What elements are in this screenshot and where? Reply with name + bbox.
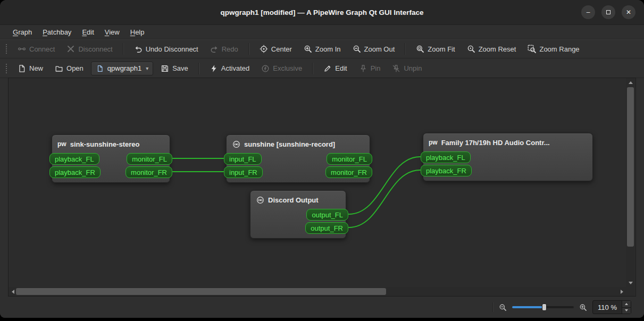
disconnect-label: Disconnect — [78, 45, 112, 53]
activated-button[interactable]: Activated — [205, 62, 254, 75]
zoom-in-button[interactable]: Zoom In — [299, 42, 345, 56]
spin-down-button[interactable] — [622, 307, 631, 314]
exclusive-button[interactable]: Exclusive — [257, 62, 306, 75]
disconnect-icon — [66, 45, 75, 53]
unpin-button[interactable]: Unpin — [388, 62, 426, 75]
zoom-range-button[interactable]: Zoom Range — [523, 42, 583, 56]
menu-patchbay-label: atchbay — [47, 28, 72, 36]
toolbar-drag-handle[interactable] — [5, 44, 7, 54]
menu-patchbay[interactable]: Patchbay — [37, 26, 77, 38]
menu-graph[interactable]: Graph — [7, 26, 37, 38]
menu-edit[interactable]: Edit — [77, 26, 99, 38]
zoom-out-button[interactable]: Zoom Out — [348, 42, 399, 56]
open-button[interactable]: Open — [51, 62, 88, 75]
center-button[interactable]: Center — [255, 42, 296, 56]
vertical-scrollbar[interactable] — [626, 78, 635, 287]
window-title: qpwgraph1 [modified] — A PipeWire Graph … — [220, 9, 423, 16]
new-button[interactable]: New — [13, 62, 47, 75]
port-output-fl[interactable]: output_FL — [306, 209, 348, 221]
scroll-right-arrow[interactable] — [617, 287, 626, 296]
exclusive-label: Exclusive — [273, 64, 302, 72]
zoom-in-label: Zoom In — [315, 45, 341, 53]
patchbay-file-icon — [96, 64, 104, 73]
port-input-fl[interactable]: input_FL — [224, 153, 262, 165]
zoom-range-label: Zoom Range — [539, 45, 579, 53]
scroll-up-arrow[interactable] — [626, 78, 635, 87]
zoom-in-icon[interactable] — [579, 303, 587, 311]
zoom-range-icon — [528, 45, 536, 53]
spin-up-button[interactable] — [622, 301, 631, 307]
minimize-button[interactable]: – — [581, 5, 595, 19]
graph-toolbar: Connect Disconnect Undo Disconnect Redo — [0, 39, 644, 58]
pin-label: Pin — [371, 64, 381, 72]
port-input-fr[interactable]: input_FR — [224, 166, 263, 178]
maximize-button[interactable] — [601, 5, 615, 19]
scroll-down-arrow[interactable] — [626, 278, 635, 287]
connect-icon — [18, 45, 26, 53]
menu-view[interactable]: View — [99, 26, 125, 38]
node-discord-output[interactable]: Discord Output output_FL output_FR — [250, 190, 346, 239]
node-sink-sunshine-stereo[interactable]: pw sink-sunshine-stereo playback_FL moni… — [52, 134, 170, 183]
graph-canvas[interactable]: pw sink-sunshine-stereo playback_FL moni… — [9, 78, 626, 287]
close-icon: ✕ — [626, 9, 631, 16]
toolbar-drag-handle[interactable] — [5, 63, 7, 74]
close-button[interactable]: ✕ — [622, 5, 635, 19]
connect-button[interactable]: Connect — [13, 42, 59, 56]
redo-button[interactable]: Redo — [206, 42, 242, 56]
zoom-reset-button[interactable]: Zoom Reset — [463, 42, 521, 56]
patchbay-preset-combobox[interactable]: qpwgraph1 ▾ — [91, 62, 153, 75]
node-header: sunshine [sunshine-record] — [227, 138, 370, 151]
pipewire-icon: pw — [429, 139, 438, 146]
center-label: Center — [271, 45, 292, 53]
patchbay-toolbar: New Open qpwgraph1 ▾ Save Ac — [0, 59, 644, 78]
new-label: New — [29, 64, 43, 72]
toolbar-separator — [248, 43, 249, 55]
zoom-value[interactable]: 110 % — [593, 301, 622, 314]
titlebar[interactable]: qpwgraph1 [modified] — A PipeWire Graph … — [0, 0, 644, 25]
port-playback-fl[interactable]: playback_FL — [421, 151, 471, 163]
toolbar-separator — [405, 43, 406, 55]
zoom-slider-handle[interactable] — [542, 303, 547, 311]
node-family-hd-audio[interactable]: pw Family 17h/19h HD Audio Contr... play… — [423, 133, 593, 181]
lightning-icon — [210, 64, 218, 73]
node-title: Discord Output — [268, 196, 319, 204]
spin-up-icon — [625, 303, 628, 305]
port-monitor-fr[interactable]: monitor_FR — [325, 166, 372, 178]
menu-help[interactable]: Help — [125, 26, 150, 38]
undo-disconnect-button[interactable]: Undo Disconnect — [130, 42, 203, 56]
zoom-fit-button[interactable]: Zoom Fit — [412, 42, 459, 56]
vertical-scrollbar-thumb[interactable] — [627, 87, 634, 247]
port-playback-fl[interactable]: playback_FL — [49, 153, 99, 165]
zoom-reset-label: Zoom Reset — [479, 45, 516, 53]
maximize-icon — [606, 10, 610, 14]
save-button[interactable]: Save — [156, 62, 193, 75]
edit-button[interactable]: Edit — [319, 62, 351, 75]
undo-disconnect-label: Undo Disconnect — [146, 45, 198, 53]
menu-edit-label: dit — [87, 28, 94, 36]
redo-icon — [210, 45, 219, 53]
pin-button[interactable]: Pin — [355, 62, 385, 75]
zoom-spinbox[interactable]: 110 % — [592, 300, 631, 314]
zoom-out-icon[interactable] — [499, 303, 507, 311]
node-title: sink-sunshine-stereo — [70, 140, 140, 148]
toolbar-separator — [123, 43, 124, 55]
port-playback-fr[interactable]: playback_FR — [49, 166, 101, 178]
port-monitor-fr[interactable]: monitor_FR — [126, 166, 172, 178]
port-output-fr[interactable]: output_FR — [305, 222, 348, 234]
node-title: Family 17h/19h HD Audio Contr... — [441, 139, 550, 147]
zoom-slider[interactable] — [512, 302, 574, 312]
unpin-icon — [392, 64, 400, 73]
horizontal-scrollbar-thumb[interactable] — [16, 288, 386, 295]
port-monitor-fl[interactable]: monitor_FL — [327, 153, 372, 165]
zoom-in-icon — [304, 45, 312, 53]
zoom-fit-label: Zoom Fit — [428, 45, 455, 53]
node-sunshine-record[interactable]: sunshine [sunshine-record] input_FL moni… — [226, 134, 370, 183]
horizontal-scrollbar[interactable] — [9, 287, 626, 296]
port-playback-fr[interactable]: playback_FR — [421, 165, 472, 176]
window-controls: – ✕ — [581, 0, 635, 24]
media-node-icon — [256, 196, 264, 204]
port-monitor-fl[interactable]: monitor_FL — [127, 153, 172, 165]
menu-help-label: elp — [135, 28, 144, 36]
menu-graph-mnemonic: G — [13, 28, 18, 36]
disconnect-button[interactable]: Disconnect — [62, 42, 116, 56]
